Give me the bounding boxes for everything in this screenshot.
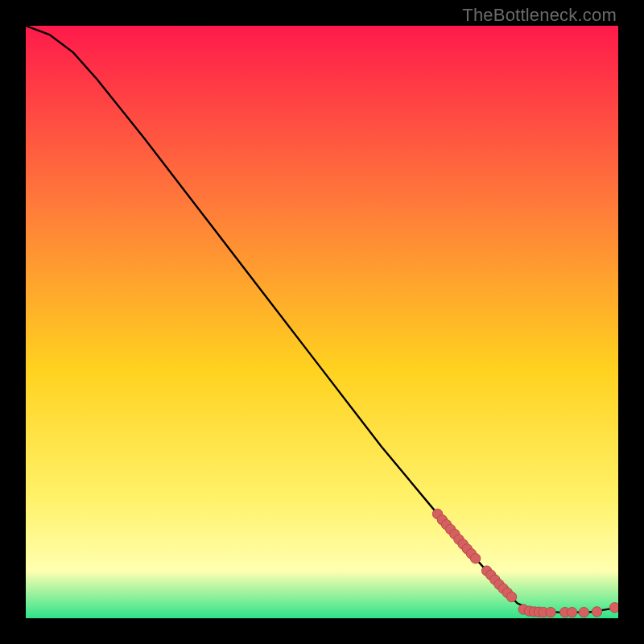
bottleneck-chart [26, 26, 618, 618]
data-marker [592, 607, 601, 617]
data-marker [567, 607, 576, 617]
gradient-background [26, 26, 618, 618]
data-marker [470, 553, 480, 563]
data-marker [579, 607, 588, 617]
watermark-text: TheBottleneck.com [462, 5, 617, 26]
data-marker [546, 607, 555, 617]
data-marker [506, 592, 516, 601]
data-marker [609, 603, 618, 613]
chart-frame [26, 26, 618, 618]
